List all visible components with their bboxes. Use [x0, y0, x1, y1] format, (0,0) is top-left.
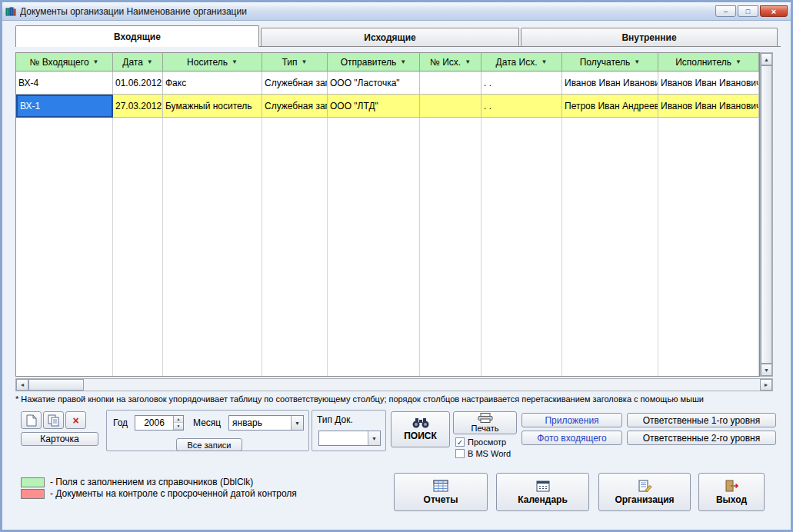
exit-button[interactable]: Выход: [698, 473, 765, 511]
table-cell[interactable]: Служебная записка: [262, 71, 328, 95]
organization-button[interactable]: Организация: [598, 473, 691, 511]
binoculars-icon: [411, 417, 430, 428]
month-value[interactable]: январь: [229, 417, 291, 428]
table-cell[interactable]: ООО "ЛТД": [328, 95, 420, 118]
sort-arrow-icon[interactable]: ▼: [400, 58, 406, 65]
table-cell-selected[interactable]: ВХ-1: [16, 95, 113, 118]
reports-button-label: Отчеты: [424, 494, 458, 505]
table-cell[interactable]: Иванов Иван Иванович: [658, 71, 759, 95]
sort-arrow-icon[interactable]: ▼: [634, 58, 640, 65]
column-header-medium[interactable]: Носитель▼: [163, 53, 262, 71]
column-header-label: Дата: [122, 57, 143, 68]
scroll-up-button[interactable]: ▲: [761, 53, 772, 65]
scroll-down-button[interactable]: ▼: [761, 364, 772, 376]
table-cell[interactable]: . .: [481, 95, 562, 118]
column-header-executor[interactable]: Исполнитель▼: [658, 53, 759, 71]
table-cell[interactable]: ВХ-4: [16, 71, 113, 95]
sort-arrow-icon[interactable]: ▼: [465, 58, 471, 65]
copy-document-button[interactable]: [43, 411, 64, 429]
attachments-button[interactable]: Приложения: [521, 413, 622, 427]
column-header-label: Отправитель: [341, 57, 397, 68]
new-document-button[interactable]: [21, 411, 42, 429]
horizontal-scrollbar[interactable]: ◄ ►: [15, 378, 773, 391]
responsible-level2-button[interactable]: Ответственные 2-го уровня: [627, 431, 776, 445]
reports-button[interactable]: Отчеты: [394, 473, 488, 511]
column-header-label: Получатель: [580, 57, 631, 68]
search-button[interactable]: ПОИСК: [391, 411, 450, 447]
column-header-type[interactable]: Тип▼: [262, 53, 328, 71]
documents-table: № Входящего▼ Дата▼ Носитель▼ Тип▼ Отправ…: [15, 52, 760, 377]
scroll-left-button[interactable]: ◄: [16, 379, 28, 391]
table-cell[interactable]: ООО "Ласточка": [328, 71, 420, 95]
table-cell[interactable]: Служебная записка: [262, 95, 328, 118]
preview-checkbox[interactable]: ✓ Просмотр: [455, 437, 506, 447]
tab-outgoing[interactable]: Исходящие: [261, 28, 519, 46]
msword-checkbox-label: В MS Word: [468, 449, 511, 458]
month-label: Месяц: [193, 417, 221, 428]
empty-cell: [420, 118, 481, 376]
table-cell[interactable]: Иванов Иван Иванович: [562, 71, 658, 95]
year-spinner[interactable]: 2006 ▲ ▼: [135, 415, 184, 431]
table-cell[interactable]: Петров Иван Андреевич: [562, 95, 658, 118]
empty-cell: [262, 118, 328, 376]
checkbox-checked-icon[interactable]: ✓: [455, 437, 465, 447]
spin-down-icon[interactable]: ▼: [174, 423, 183, 430]
table-cell[interactable]: 27.03.2012: [113, 95, 163, 118]
client-area: Входящие Исходящие Внутренние № Входящег…: [2, 21, 791, 530]
scroll-right-button[interactable]: ►: [760, 379, 772, 391]
empty-cell: [658, 118, 759, 376]
sort-arrow-icon[interactable]: ▼: [232, 58, 238, 65]
vertical-scroll-thumb[interactable]: [761, 65, 772, 364]
sort-arrow-icon[interactable]: ▼: [735, 58, 741, 65]
delete-icon: ×: [72, 414, 78, 427]
table-cell[interactable]: [420, 95, 481, 118]
doc-type-combobox[interactable]: ▼: [318, 431, 381, 446]
print-button[interactable]: Печать: [453, 411, 517, 434]
legend-green-text: - Поля с заполнением из справочников (Db…: [50, 477, 253, 487]
column-header-recipient[interactable]: Получатель▼: [562, 53, 658, 71]
all-records-button[interactable]: Все записи: [176, 438, 242, 451]
month-combobox[interactable]: январь ▼: [228, 415, 304, 431]
card-button[interactable]: Карточка: [21, 432, 98, 446]
table-cell[interactable]: 01.06.2012: [113, 71, 163, 95]
tab-incoming[interactable]: Входящие: [15, 25, 259, 47]
sort-arrow-icon[interactable]: ▼: [302, 58, 308, 65]
preview-checkbox-label: Просмотр: [468, 437, 506, 447]
titlebar[interactable]: Документы организации Наименование орган…: [2, 2, 791, 21]
combo-arrow-icon[interactable]: ▼: [368, 431, 380, 445]
spin-up-icon[interactable]: ▲: [174, 416, 183, 423]
table-cell[interactable]: . .: [481, 71, 562, 95]
empty-cell: [481, 118, 562, 376]
msword-checkbox[interactable]: В MS Word: [455, 449, 511, 458]
combo-arrow-icon[interactable]: ▼: [291, 416, 303, 430]
column-header-sender[interactable]: Отправитель▼: [328, 53, 420, 71]
close-button[interactable]: ×: [760, 5, 788, 17]
delete-document-button[interactable]: ×: [65, 411, 86, 429]
column-header-date[interactable]: Дата▼: [113, 53, 163, 71]
horizontal-scroll-thumb[interactable]: [28, 379, 84, 391]
column-header-label: Исполнитель: [675, 57, 731, 68]
sort-arrow-icon[interactable]: ▼: [93, 58, 99, 65]
year-label: Год: [113, 417, 128, 428]
table-cell[interactable]: Факс: [163, 71, 262, 95]
calendar-icon: [536, 480, 550, 492]
table-cell[interactable]: Иванов Иван Иванович: [658, 95, 759, 118]
table-cell[interactable]: Бумажный носитель: [163, 95, 262, 118]
sort-arrow-icon[interactable]: ▼: [147, 58, 153, 65]
vertical-scrollbar[interactable]: ▲ ▼: [760, 52, 773, 377]
column-header-incoming-number[interactable]: № Входящего▼: [16, 53, 113, 71]
minimize-button[interactable]: –: [715, 5, 736, 17]
checkbox-unchecked-icon[interactable]: [455, 449, 465, 458]
maximize-button[interactable]: □: [738, 5, 758, 17]
responsible-level1-button[interactable]: Ответственные 1-го уровня: [627, 413, 776, 427]
calendar-button[interactable]: Календарь: [496, 473, 589, 511]
incoming-photo-button[interactable]: Фото входящего: [521, 431, 622, 445]
tab-internal[interactable]: Внутренние: [521, 28, 778, 46]
year-value[interactable]: 2006: [135, 417, 173, 428]
column-header-outgoing-number[interactable]: № Исх.▼: [420, 53, 481, 71]
column-header-label: Тип: [282, 57, 298, 68]
table-cell[interactable]: [420, 71, 481, 95]
calendar-button-label: Календарь: [518, 494, 568, 505]
sort-arrow-icon[interactable]: ▼: [541, 58, 547, 65]
column-header-outgoing-date[interactable]: Дата Исх.▼: [481, 53, 562, 71]
